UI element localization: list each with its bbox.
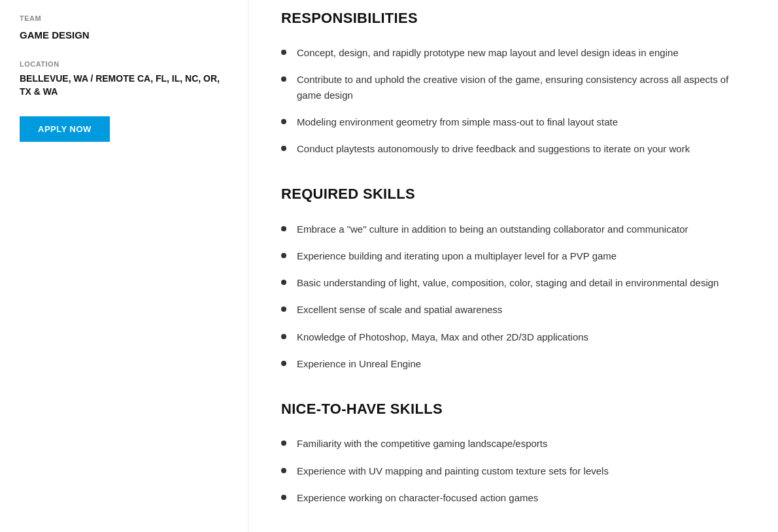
bullet-dot (281, 76, 286, 82)
bullet-dot (281, 280, 286, 285)
bullet-dot (281, 119, 286, 124)
list-item: Embrace a "we" culture in addition to be… (281, 222, 739, 237)
list-item: Experience in Unreal Engine (281, 356, 739, 371)
team-value: GAME DESIGN (20, 27, 228, 43)
responsibilities-item-1: Concept, design, and rapidly prototype n… (297, 45, 739, 60)
list-item: Experience working on character-focused … (281, 490, 739, 505)
required-skills-item-1: Embrace a "we" culture in addition to be… (297, 222, 739, 237)
location-label: LOCATION (20, 59, 228, 71)
nice-to-have-skills-title: NICE-TO-HAVE SKILLS (281, 397, 739, 420)
bullet-dot (281, 495, 286, 500)
nice-to-have-item-2: Experience with UV mapping and painting … (297, 463, 739, 478)
main-content: RESPONSIBILITIES Concept, design, and ra… (248, 0, 778, 532)
list-item: Basic understanding of light, value, com… (281, 275, 739, 290)
bullet-dot (281, 50, 286, 55)
responsibilities-title: RESPONSIBILITIES (281, 7, 739, 29)
nice-to-have-skills-section: NICE-TO-HAVE SKILLS Familiarity with the… (281, 397, 739, 505)
required-skills-section: REQUIRED SKILLS Embrace a "we" culture i… (281, 182, 739, 371)
list-item: Familiarity with the competitive gaming … (281, 436, 739, 451)
bullet-dot (281, 441, 286, 446)
bullet-dot (281, 146, 286, 151)
required-skills-item-3: Basic understanding of light, value, com… (297, 275, 739, 290)
required-skills-item-5: Knowledge of Photoshop, Maya, Max and ot… (297, 329, 739, 344)
responsibilities-item-4: Conduct playtests autonomously to drive … (297, 141, 739, 156)
required-skills-title: REQUIRED SKILLS (281, 182, 739, 205)
nice-to-have-item-3: Experience working on character-focused … (297, 490, 739, 505)
required-skills-item-4: Excellent sense of scale and spatial awa… (297, 302, 739, 317)
responsibilities-item-3: Modeling environment geometry from simpl… (297, 114, 739, 129)
sidebar: TEAM GAME DESIGN LOCATION BELLEVUE, WA /… (0, 0, 248, 532)
list-item: Experience with UV mapping and painting … (281, 463, 739, 478)
bullet-dot (281, 226, 286, 231)
page-container: TEAM GAME DESIGN LOCATION BELLEVUE, WA /… (0, 0, 778, 532)
list-item: Contribute to and uphold the creative vi… (281, 72, 739, 103)
nice-to-have-item-1: Familiarity with the competitive gaming … (297, 436, 739, 451)
bullet-dot (281, 334, 286, 339)
location-value: BELLEVUE, WA / REMOTE CA, FL, IL, NC, OR… (20, 73, 228, 98)
bullet-dot (281, 253, 286, 258)
bullet-dot (281, 468, 286, 473)
required-skills-list: Embrace a "we" culture in addition to be… (281, 222, 739, 372)
bullet-dot (281, 361, 286, 366)
list-item: Excellent sense of scale and spatial awa… (281, 302, 739, 317)
bullet-dot (281, 307, 286, 312)
required-skills-item-6: Experience in Unreal Engine (297, 356, 739, 371)
responsibilities-section: RESPONSIBILITIES Concept, design, and ra… (281, 7, 739, 156)
list-item: Conduct playtests autonomously to drive … (281, 141, 739, 156)
apply-now-button[interactable]: APPLY NOW (20, 116, 110, 142)
list-item: Concept, design, and rapidly prototype n… (281, 45, 739, 60)
team-label: TEAM (20, 13, 228, 25)
nice-to-have-skills-list: Familiarity with the competitive gaming … (281, 436, 739, 505)
responsibilities-list: Concept, design, and rapidly prototype n… (281, 45, 739, 156)
list-item: Experience building and iterating upon a… (281, 248, 739, 263)
list-item: Knowledge of Photoshop, Maya, Max and ot… (281, 329, 739, 344)
required-skills-item-2: Experience building and iterating upon a… (297, 248, 739, 263)
responsibilities-item-2: Contribute to and uphold the creative vi… (297, 72, 739, 103)
list-item: Modeling environment geometry from simpl… (281, 114, 739, 129)
